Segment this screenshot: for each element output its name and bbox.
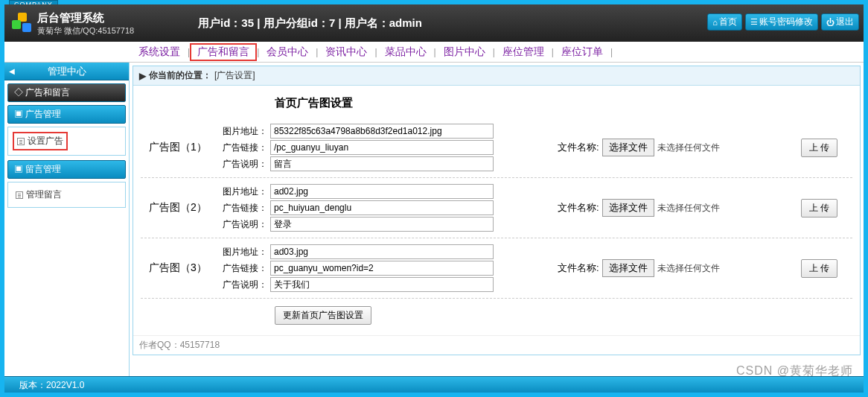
nav-ads[interactable]: 广告和留言 bbox=[190, 43, 257, 61]
change-password-button[interactable]: ☰账号密码修改 bbox=[745, 13, 818, 31]
sidebar-group-msgs[interactable]: ▣ 留言管理 bbox=[7, 160, 126, 179]
logout-button[interactable]: ⏻退出 bbox=[821, 13, 859, 31]
ad-row-1: 广告图（1） 图片地址： 广告链接： 广告说明： 文件名称: 选择文件 未选择任… bbox=[141, 118, 852, 178]
caret-left-icon: ◀ bbox=[9, 63, 15, 80]
sidebar: ◀管理中心 ◇ 广告和留言 ▣ 广告管理 设置广告 ▣ 留言管理 管理留言 bbox=[4, 63, 130, 376]
sidebar-center-title: ◀管理中心 bbox=[4, 63, 129, 80]
nav-images[interactable]: 图片中心 bbox=[436, 45, 493, 59]
choose-file-1[interactable]: 选择文件 bbox=[602, 139, 654, 156]
app-title: 后台管理系统 bbox=[37, 10, 134, 25]
ad-row-2: 广告图（2） 图片地址： 广告链接： 广告说明： 文件名称: 选择文件 未选择任… bbox=[141, 178, 852, 238]
upload-button-3[interactable]: 上 传 bbox=[801, 259, 837, 278]
form-title: 首页广告图设置 bbox=[141, 92, 852, 118]
ad-row-3: 广告图（3） 图片地址： 广告链接： 广告说明： 文件名称: 选择文件 未选择任… bbox=[141, 238, 852, 299]
ad2-desc-input[interactable] bbox=[270, 217, 494, 232]
upload-button-1[interactable]: 上 传 bbox=[801, 139, 837, 157]
ad3-img-input[interactable] bbox=[270, 244, 494, 259]
ad-name-3: 广告图（3） bbox=[141, 261, 215, 275]
breadcrumb: ▶ 你当前的位置： [广告设置] bbox=[133, 66, 860, 86]
logo-icon bbox=[12, 13, 33, 34]
home-icon: ⌂ bbox=[712, 18, 718, 27]
nav-news[interactable]: 资讯中心 bbox=[318, 45, 374, 59]
choose-file-3[interactable]: 选择文件 bbox=[602, 259, 654, 277]
sidebar-item-manage-msgs[interactable]: 管理留言 bbox=[13, 187, 121, 203]
ad2-img-input[interactable] bbox=[270, 184, 494, 199]
ad1-desc-input[interactable] bbox=[270, 156, 494, 171]
app-subtitle: 黄菊华 微信/QQ:45157718 bbox=[37, 25, 134, 36]
power-icon: ⏻ bbox=[826, 18, 835, 27]
nav-seats[interactable]: 座位管理 bbox=[495, 45, 552, 59]
ad3-desc-input[interactable] bbox=[270, 277, 494, 292]
doc-icon bbox=[16, 191, 23, 199]
ad1-link-input[interactable] bbox=[270, 140, 494, 155]
app-header: 后台管理系统 黄菊华 微信/QQ:45157718 用户id：35 | 用户分组… bbox=[4, 4, 864, 42]
ad2-link-input[interactable] bbox=[270, 200, 494, 215]
list-icon: ☰ bbox=[750, 17, 758, 27]
no-file-3: 未选择任何文件 bbox=[657, 262, 720, 275]
nav-members[interactable]: 会员中心 bbox=[259, 45, 316, 59]
logo: 后台管理系统 黄菊华 微信/QQ:45157718 bbox=[4, 10, 134, 36]
ad-name-1: 广告图（1） bbox=[141, 141, 215, 154]
flag-icon: ▶ bbox=[139, 71, 146, 81]
version-bar: 版本：2022V1.0 bbox=[4, 376, 864, 393]
no-file-1: 未选择任何文件 bbox=[657, 142, 720, 154]
nav-dishes[interactable]: 菜品中心 bbox=[377, 45, 434, 59]
top-nav: 系统设置| 广告和留言| 会员中心| 资讯中心| 菜品中心| 图片中心| 座位管… bbox=[4, 42, 864, 63]
nav-system[interactable]: 系统设置 bbox=[131, 45, 188, 59]
file-label: 文件名称: bbox=[558, 141, 599, 154]
home-button[interactable]: ⌂首页 bbox=[707, 13, 742, 31]
ad3-link-input[interactable] bbox=[270, 261, 494, 276]
upload-button-2[interactable]: 上 传 bbox=[801, 199, 837, 217]
content-area: ▶ 你当前的位置： [广告设置] 首页广告图设置 广告图（1） 图片地址： 广告… bbox=[130, 63, 864, 376]
nav-orders[interactable]: 座位订单 bbox=[554, 45, 610, 59]
choose-file-2[interactable]: 选择文件 bbox=[602, 199, 654, 217]
sidebar-section-active[interactable]: ◇ 广告和留言 bbox=[7, 83, 126, 102]
ad1-img-input[interactable] bbox=[270, 124, 494, 139]
author-note: 作者QQ：45157718 bbox=[133, 335, 860, 355]
submit-button[interactable]: 更新首页广告图设置 bbox=[275, 306, 371, 325]
sidebar-group-ads[interactable]: ▣ 广告管理 bbox=[7, 105, 126, 124]
no-file-2: 未选择任何文件 bbox=[657, 202, 720, 215]
doc-icon bbox=[17, 138, 25, 145]
header-user-info: 用户id：35 | 用户分组id：7 | 用户名：admin bbox=[198, 4, 422, 42]
ad-name-2: 广告图（2） bbox=[141, 201, 215, 215]
sidebar-item-set-ads[interactable]: 设置广告 bbox=[13, 132, 68, 150]
